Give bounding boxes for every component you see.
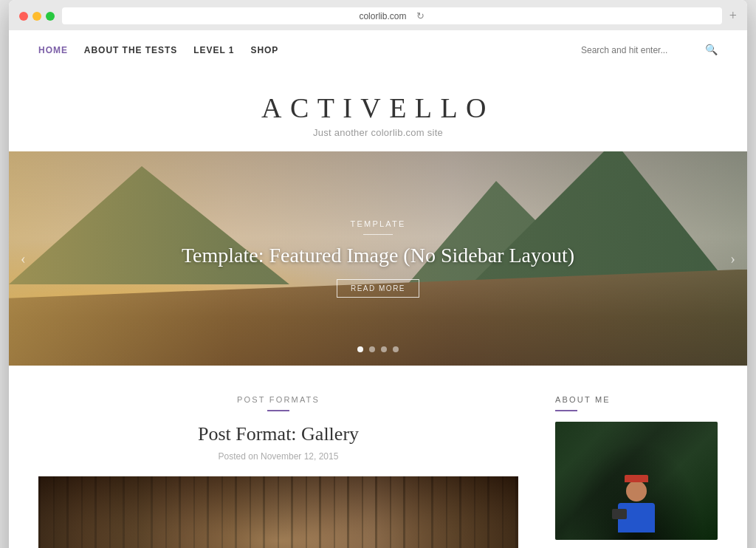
sidebar-about-label: ABOUT ME [555,395,718,404]
search-input[interactable] [581,45,699,55]
person-head [626,481,647,501]
close-button[interactable] [19,12,28,21]
slider-dot-2[interactable] [369,346,375,352]
site-subtitle: Just another colorlib.com site [9,127,747,138]
slider-next-arrow[interactable]: › [730,250,735,267]
main-nav: HOME ABOUT THE TESTS LEVEL 1 SHOP 🔍 [9,30,747,69]
post-gallery-image[interactable] [38,476,518,548]
nav-link-shop[interactable]: SHOP [250,45,278,55]
nav-link-about[interactable]: ABOUT THE TESTS [84,45,177,55]
person-hat [625,475,648,482]
nav-links: HOME ABOUT THE TESTS LEVEL 1 SHOP [38,45,278,55]
post-section-divider [267,410,289,411]
post-section-label: POST FORMATS [38,395,518,404]
refresh-icon[interactable]: ↻ [416,10,425,21]
person-figure [618,481,655,532]
slider-dot-4[interactable] [393,346,399,352]
nav-link-level1[interactable]: LEVEL 1 [193,45,234,55]
browser-chrome: colorlib.com ↻ + [9,0,747,30]
person-body [618,503,655,532]
post-meta: Posted on November 12, 2015 [38,451,518,462]
post-title[interactable]: Post Format: Gallery [38,423,518,445]
browser-window: colorlib.com ↻ + HOME ABOUT THE TESTS LE… [9,0,747,548]
new-tab-button[interactable]: + [729,8,737,24]
sidebar-about-image [555,422,718,540]
sidebar-divider [555,410,577,411]
site-header: ACTIVELLO Just another colorlib.com site [9,69,747,151]
minimize-button[interactable] [32,12,41,21]
slider-prev-arrow[interactable]: ‹ [21,250,26,267]
maximize-button[interactable] [46,12,55,21]
hero-divider [363,234,393,235]
address-bar[interactable]: colorlib.com ↻ [62,7,722,24]
hero-read-more-button[interactable]: READ MORE [337,279,419,298]
hero-category: TEMPLATE [351,219,406,228]
hero-slider: TEMPLATE Template: Featured Image (No Si… [9,151,747,366]
website-content: HOME ABOUT THE TESTS LEVEL 1 SHOP 🔍 ACTI… [9,30,747,548]
search-icon[interactable]: 🔍 [705,44,718,56]
url-text: colorlib.com [359,11,406,21]
slider-dot-3[interactable] [381,346,387,352]
posts-area: POST FORMATS Post Format: Gallery Posted… [38,395,555,548]
slider-dots [357,346,399,352]
hero-title: Template: Featured Image (No Sidebar Lay… [182,244,574,267]
hero-text: TEMPLATE Template: Featured Image (No Si… [9,151,747,366]
person-camera [612,509,627,519]
sidebar: ABOUT ME [555,395,718,548]
sidebar-image-inner [555,422,718,540]
nav-link-home[interactable]: HOME [38,45,68,55]
site-title: ACTIVELLO [9,92,747,124]
slider-dot-1[interactable] [357,346,363,352]
main-content: POST FORMATS Post Format: Gallery Posted… [9,366,747,548]
traffic-lights [19,12,55,21]
search-bar[interactable]: 🔍 [581,44,718,56]
gallery-image-inner [38,476,518,548]
